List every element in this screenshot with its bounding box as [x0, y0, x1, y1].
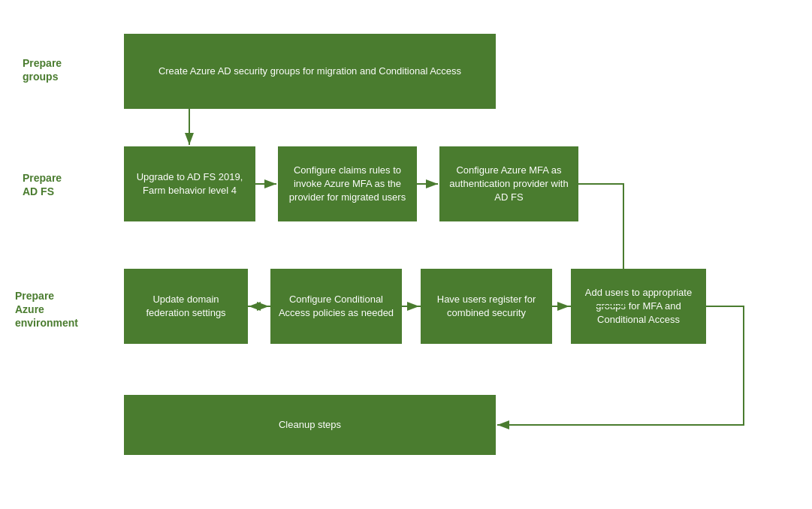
label-prepare-groups: Preparegroups	[23, 56, 79, 83]
label-prepare-azure: PrepareAzureenvironment	[15, 289, 71, 330]
box-configure-conditional: Configure Conditional Access policies as…	[270, 269, 402, 344]
box-create-groups: Create Azure AD security groups for migr…	[124, 34, 496, 109]
box-upgrade-adfs: Upgrade to AD FS 2019, Farm behavior lev…	[124, 146, 255, 221]
box-cleanup: Cleanup steps	[124, 395, 496, 455]
box-configure-claims: Configure claims rules to invoke Azure M…	[278, 146, 417, 221]
box-update-domain: Update domain federation settings	[124, 269, 248, 344]
diagram-container: Preparegroups PrepareAD FS PrepareAzuree…	[0, 0, 812, 509]
box-configure-azure-mfa: Configure Azure MFA as authentication pr…	[439, 146, 578, 221]
label-prepare-adfs: PrepareAD FS	[23, 171, 79, 198]
box-add-users: Add users to appropriate groups for MFA …	[571, 269, 706, 344]
box-have-users-register: Have users register for combined securit…	[421, 269, 552, 344]
